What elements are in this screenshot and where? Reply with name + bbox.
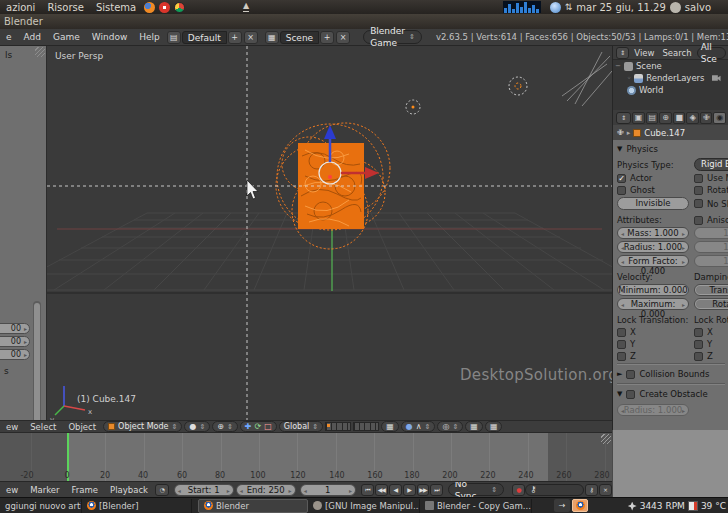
aniso-x-slider[interactable]: 1.0	[694, 227, 728, 239]
pivot-select[interactable]: ⊕⇕	[212, 421, 238, 432]
layers-grid-right[interactable]	[353, 422, 379, 431]
taskbar-item-active[interactable]: Blender	[198, 499, 308, 513]
ghost-checkbox[interactable]: Ghost	[617, 185, 689, 195]
menu-file[interactable]: e	[0, 32, 18, 42]
scene-add-button[interactable]: +	[320, 31, 334, 44]
jump-to-start-button[interactable]: ⏮	[361, 484, 374, 496]
menu-playback[interactable]: Playback	[104, 485, 154, 495]
engine-select[interactable]: Blender Game ⇕	[363, 30, 422, 44]
opengl-render-button[interactable]: ▦	[465, 421, 483, 432]
taskbar-item[interactable]: [GNU Image Manipul...	[308, 499, 420, 513]
timeline-canvas[interactable]: -20 0 20 40 60 80 100 120 140 160 180 20…	[0, 433, 612, 481]
tray-blender-icon[interactable]	[572, 499, 588, 512]
shading-select[interactable]: ●⇕	[184, 421, 210, 432]
play-reverse-button[interactable]: ◀	[389, 484, 402, 496]
previous-keyframe-button[interactable]: ◀◀	[375, 484, 388, 496]
menu-game[interactable]: Game	[47, 32, 86, 42]
network-arrows-icon[interactable]: ⇅	[565, 2, 573, 12]
current-frame-field[interactable]: 1	[300, 484, 356, 496]
actor-checkbox[interactable]: ✓Actor	[617, 173, 689, 183]
menu-view[interactable]: ew	[0, 422, 24, 432]
record-button[interactable]: ●	[512, 484, 525, 496]
menu-select[interactable]: Select	[24, 422, 62, 432]
create-obstacle-panel-header[interactable]: ▼ Create Obstacle	[617, 387, 728, 401]
damping-rotation-slider[interactable]: Rotation	[694, 298, 728, 310]
outliner-filter-select[interactable]: All Sce	[697, 47, 726, 59]
taskbar-item[interactable]: [Blender]	[82, 499, 192, 513]
eject-icon[interactable]: ▲	[243, 1, 249, 12]
physics-panel-header[interactable]: ▼ Physics	[617, 142, 728, 156]
network-monitor-applet[interactable]	[503, 1, 541, 13]
menu-window[interactable]: Window	[86, 32, 134, 42]
scene-browse-icon[interactable]: ▦	[265, 31, 279, 44]
screen-delete-button[interactable]: ×	[244, 31, 258, 44]
taskbar-item[interactable]: ggiungi nuovo arti...	[0, 499, 82, 513]
rotate-from-normal-checkbox[interactable]: Rotate F	[694, 185, 728, 195]
end-frame-field[interactable]: End: 250	[236, 484, 296, 496]
lock-rotation-y-checkbox[interactable]: Y	[694, 339, 728, 349]
lock-rotation-x-checkbox[interactable]: X	[694, 327, 728, 337]
next-keyframe-button[interactable]: ▶▶	[417, 484, 430, 496]
chrome-launcher-icon[interactable]	[174, 2, 185, 13]
menu-frame[interactable]: Frame	[66, 485, 104, 495]
form-factor-slider[interactable]: Form Facto: 0.400	[617, 255, 689, 267]
screen-add-button[interactable]: +	[228, 31, 242, 44]
snap-select[interactable]: ◎⇕	[437, 421, 463, 432]
editor-type-icon[interactable]: ⇕	[616, 47, 629, 59]
no-sleeping-checkbox[interactable]: No Sleep	[694, 199, 728, 209]
scale-manipulator-icon[interactable]: □	[264, 422, 272, 431]
tab-render-icon[interactable]: ▣	[632, 112, 645, 124]
tool-shelf-panel-label[interactable]: ls	[5, 50, 12, 60]
delete-keyframe-button[interactable]: ×	[599, 484, 612, 496]
tab-object-icon[interactable]: ■	[673, 112, 686, 124]
tab-modifiers-icon[interactable]: ✙	[700, 112, 713, 124]
anisotropic-friction-checkbox[interactable]: Anisotro	[694, 215, 728, 225]
taskbar-item[interactable]: Blender - Copy Gam...	[420, 499, 532, 513]
velocity-max-slider[interactable]: Maximum: 0.000	[617, 298, 689, 310]
screen-browse-icon[interactable]: ▤	[167, 31, 181, 44]
lock-translation-x-checkbox[interactable]: X	[617, 327, 689, 337]
keying-set-field[interactable]: ⚷	[525, 484, 584, 496]
scrollbar-thumb[interactable]	[34, 303, 40, 423]
manipulator-toggles[interactable]: ✚ ⟳ □	[240, 421, 277, 432]
physics-type-select[interactable]: Rigid Body	[694, 158, 728, 171]
outliner-menu-search[interactable]: Search	[659, 48, 694, 58]
window-title-bar[interactable]: Blender	[0, 14, 728, 29]
menu-applicazioni[interactable]: azioni	[0, 2, 41, 13]
update-notifier-icon[interactable]	[550, 2, 561, 13]
proportional-edit-select[interactable]: ●∧⇕	[401, 421, 436, 432]
mass-slider[interactable]: Mass: 1.000	[617, 227, 689, 239]
jump-to-end-button[interactable]: ⏭	[430, 484, 443, 496]
collision-bounds-checkbox[interactable]	[626, 370, 635, 379]
menu-object[interactable]: Object	[62, 422, 102, 432]
region-resize-corner[interactable]	[35, 47, 45, 57]
opengl-render-anim-button[interactable]: ▦	[485, 421, 503, 432]
collision-bounds-panel-header[interactable]: ► Collision Bounds	[617, 367, 728, 381]
use-material-checkbox[interactable]: Use Mat	[694, 173, 728, 183]
radius-slider[interactable]: Radius: 1.000	[617, 241, 689, 253]
editor-type-icon[interactable]: ⇕	[616, 112, 631, 124]
volume-icon[interactable]	[715, 2, 726, 13]
obstacle-radius-slider[interactable]: Radius: 1.000	[617, 404, 689, 416]
browser-launcher-icon[interactable]	[159, 2, 170, 13]
aniso-z-slider[interactable]: 1.0	[694, 255, 728, 267]
mode-select[interactable]: Object Mode ⇕	[103, 421, 182, 432]
tab-constraints-icon[interactable]: ◈	[686, 112, 699, 124]
tray-arrow-icon[interactable]: →	[554, 499, 570, 512]
play-button[interactable]: ▶	[403, 484, 416, 496]
tree-collapse-icon[interactable]: −	[615, 62, 621, 70]
translate-manipulator-icon[interactable]: ✚	[245, 422, 252, 431]
firefox-launcher-icon[interactable]	[144, 2, 155, 13]
clock[interactable]: mar 25 giu, 11.29	[576, 2, 666, 13]
scene-delete-button[interactable]: ×	[336, 31, 350, 44]
velocity-min-slider[interactable]: Minimum: 0.000	[617, 284, 689, 296]
insert-keyframe-button[interactable]: ⚷	[585, 484, 598, 496]
operator-value-field[interactable]: 00	[0, 349, 30, 360]
damping-translation-slider[interactable]: Translatio	[694, 284, 728, 296]
sync-mode-select[interactable]: No Sync ⇕	[448, 483, 504, 496]
invisible-toggle-button[interactable]: Invisible	[617, 197, 689, 210]
tab-physics-icon[interactable]: ◉	[713, 112, 726, 124]
tab-scene-icon[interactable]: ▤	[646, 112, 659, 124]
menu-help[interactable]: Help	[133, 32, 166, 42]
outliner-item-renderlayers[interactable]: ◦ RenderLayers	[613, 72, 728, 84]
